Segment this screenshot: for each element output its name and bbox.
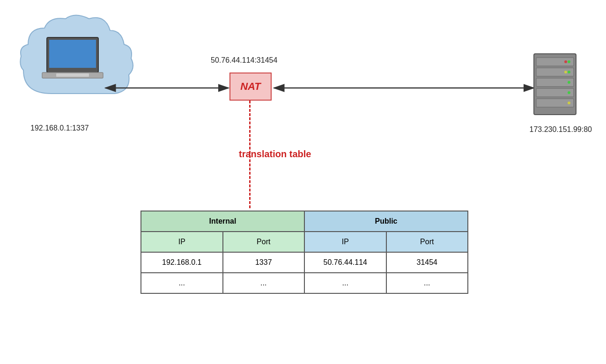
svg-point-22 [568,102,570,104]
header-public: Public [304,211,468,232]
cell-public-ip: 50.76.44.114 [304,252,386,273]
col-public-port: Port [386,232,468,252]
svg-rect-1 [49,40,96,68]
svg-point-16 [568,60,570,63]
cell-internal-ip: ... [141,273,223,293]
translation-table-label: translation table [239,149,311,160]
svg-rect-12 [536,68,574,76]
header-internal: Internal [141,211,304,232]
svg-point-17 [564,60,567,63]
svg-point-21 [568,91,570,94]
nat-box: NAT [229,73,272,101]
svg-point-19 [564,71,567,73]
svg-rect-10 [534,54,576,115]
svg-point-18 [568,71,570,73]
nat-label: NAT [240,80,261,93]
col-public-ip: IP [304,232,386,252]
translation-table: Internal Public IP Port IP Port 192.168.… [140,211,468,294]
table-row: ... ... ... ... [141,273,468,293]
svg-point-20 [568,81,570,84]
svg-rect-13 [536,78,574,87]
cell-public-port: 31454 [386,252,468,273]
svg-rect-14 [536,88,574,97]
cell-public-port: ... [386,273,468,293]
svg-rect-15 [536,99,574,107]
svg-rect-11 [536,58,574,66]
svg-rect-0 [47,37,98,73]
client-ip-label: 192.168.0.1:1337 [30,124,89,132]
table-row: 192.168.0.1 1337 50.76.44.114 31454 [141,252,468,273]
cell-public-ip: ... [304,273,386,293]
col-internal-port: Port [223,232,305,252]
cell-internal-port: 1337 [223,252,305,273]
diagram-container: NAT 50.76.44.114:31454 192.168.0.1:1337 … [0,0,606,364]
nat-ip-label: 50.76.44.114:31454 [211,56,277,65]
svg-rect-2 [42,73,103,78]
svg-rect-3 [56,73,89,77]
server-ip-label: 173.230.151.99:80 [530,125,592,134]
cell-internal-ip: 192.168.0.1 [141,252,223,273]
diagram-svg [0,0,606,211]
col-internal-ip: IP [141,232,223,252]
cell-internal-port: ... [223,273,305,293]
